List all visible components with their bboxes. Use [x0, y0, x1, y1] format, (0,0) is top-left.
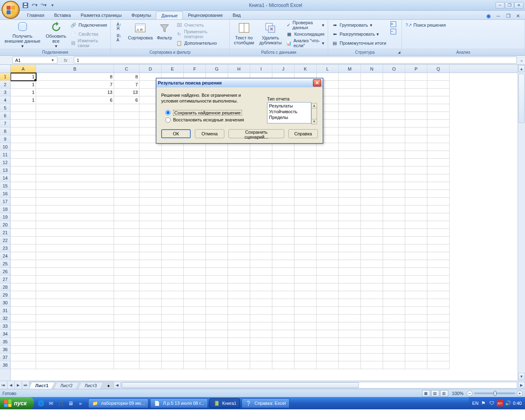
cell-A24[interactable]: [11, 252, 36, 260]
cell-O28[interactable]: [383, 283, 405, 291]
cell-H38[interactable]: [228, 361, 250, 369]
cell-P14[interactable]: [405, 174, 427, 182]
cell-A36[interactable]: [11, 346, 36, 354]
cell-D27[interactable]: [139, 276, 162, 283]
cell-H28[interactable]: [228, 283, 250, 291]
col-header-B[interactable]: B: [36, 65, 114, 73]
cell-B38[interactable]: [36, 361, 114, 369]
cell-O26[interactable]: [383, 268, 405, 276]
cell-C26[interactable]: [114, 268, 139, 276]
cell-M1[interactable]: [339, 73, 361, 81]
cell-L32[interactable]: [317, 315, 339, 322]
cell-D12[interactable]: [139, 159, 162, 167]
cell-J26[interactable]: [272, 268, 294, 276]
cell-F24[interactable]: [184, 252, 206, 260]
row-header-32[interactable]: 32: [0, 315, 10, 322]
group-button[interactable]: ➡Группировать ▾: [330, 21, 388, 30]
cell-O29[interactable]: [383, 291, 405, 299]
cell-E36[interactable]: [162, 346, 184, 354]
cell-Q33[interactable]: [427, 322, 450, 330]
cell-N22[interactable]: [361, 237, 383, 244]
cell-O8[interactable]: [383, 128, 405, 135]
prev-sheet-button[interactable]: ◀: [7, 381, 15, 389]
cell-H18[interactable]: [228, 205, 250, 213]
doc-minimize-button[interactable]: ─: [495, 13, 502, 19]
cell-E23[interactable]: [162, 244, 184, 252]
cell-B33[interactable]: [36, 322, 114, 330]
zoom-slider[interactable]: [474, 393, 515, 394]
cell-A4[interactable]: 1: [11, 96, 36, 104]
cell-E35[interactable]: [162, 338, 184, 346]
cell-L24[interactable]: [317, 252, 339, 260]
cell-D38[interactable]: [139, 361, 162, 369]
cell-J30[interactable]: [272, 299, 294, 307]
cell-M28[interactable]: [339, 283, 361, 291]
cell-M7[interactable]: [339, 120, 361, 128]
cell-J15[interactable]: [272, 182, 294, 190]
cell-H17[interactable]: [228, 198, 250, 205]
cell-H16[interactable]: [228, 190, 250, 198]
cell-B24[interactable]: [36, 252, 114, 260]
cell-O23[interactable]: [383, 244, 405, 252]
connections-button[interactable]: 🔗Подключения: [68, 21, 109, 30]
row-header-34[interactable]: 34: [0, 330, 10, 338]
cell-J11[interactable]: [272, 151, 294, 159]
col-header-Q[interactable]: Q: [427, 65, 450, 73]
cell-H21[interactable]: [228, 229, 250, 237]
cell-B18[interactable]: [36, 205, 114, 213]
list-scroll-up-icon[interactable]: ▲: [311, 103, 317, 108]
tab-data[interactable]: Данные: [156, 11, 183, 19]
sheet-tab-2[interactable]: Лист2: [54, 382, 79, 389]
cell-H27[interactable]: [228, 276, 250, 283]
cell-M20[interactable]: [339, 221, 361, 229]
cell-A37[interactable]: [11, 354, 36, 361]
cell-I35[interactable]: [250, 338, 272, 346]
cell-D26[interactable]: [139, 268, 162, 276]
cell-J17[interactable]: [272, 198, 294, 205]
cell-M24[interactable]: [339, 252, 361, 260]
cell-C28[interactable]: [114, 283, 139, 291]
cell-P18[interactable]: [405, 205, 427, 213]
cell-K30[interactable]: [294, 299, 317, 307]
cell-K23[interactable]: [294, 244, 317, 252]
cell-I11[interactable]: [250, 151, 272, 159]
cell-A6[interactable]: [11, 112, 36, 120]
cell-B30[interactable]: [36, 299, 114, 307]
cell-N2[interactable]: [361, 81, 383, 89]
dialog-titlebar[interactable]: Результаты поиска решения ✕: [156, 78, 323, 87]
cancel-button[interactable]: Отмена: [195, 129, 224, 138]
cell-B23[interactable]: [36, 244, 114, 252]
cell-F33[interactable]: [184, 322, 206, 330]
cell-L20[interactable]: [317, 221, 339, 229]
cell-I34[interactable]: [250, 330, 272, 338]
first-sheet-button[interactable]: ⏮: [0, 381, 7, 389]
next-sheet-button[interactable]: ▶: [15, 381, 22, 389]
col-header-F[interactable]: F: [184, 65, 206, 73]
cell-M12[interactable]: [339, 159, 361, 167]
clock[interactable]: 0:40: [513, 401, 522, 406]
cell-P33[interactable]: [405, 322, 427, 330]
cell-K10[interactable]: [294, 143, 317, 151]
cell-K24[interactable]: [294, 252, 317, 260]
row-header-36[interactable]: 36: [0, 346, 10, 354]
cell-L35[interactable]: [317, 338, 339, 346]
cell-J34[interactable]: [272, 330, 294, 338]
row-header-31[interactable]: 31: [0, 307, 10, 315]
cell-Q17[interactable]: [427, 198, 450, 205]
cell-D34[interactable]: [139, 330, 162, 338]
cell-N5[interactable]: [361, 104, 383, 112]
cell-Q1[interactable]: [427, 73, 450, 81]
cell-O25[interactable]: [383, 260, 405, 268]
cell-L30[interactable]: [317, 299, 339, 307]
cell-M34[interactable]: [339, 330, 361, 338]
cell-E38[interactable]: [162, 361, 184, 369]
vertical-scrollbar[interactable]: ▲ ▼: [518, 65, 525, 381]
cell-O2[interactable]: [383, 81, 405, 89]
cell-Q6[interactable]: [427, 112, 450, 120]
scroll-left-icon[interactable]: ◀: [114, 382, 121, 388]
cell-B14[interactable]: [36, 174, 114, 182]
cell-L26[interactable]: [317, 268, 339, 276]
row-header-29[interactable]: 29: [0, 291, 10, 299]
cell-O16[interactable]: [383, 190, 405, 198]
get-external-data-button[interactable]: Получить внешние данные ▾: [2, 21, 43, 48]
